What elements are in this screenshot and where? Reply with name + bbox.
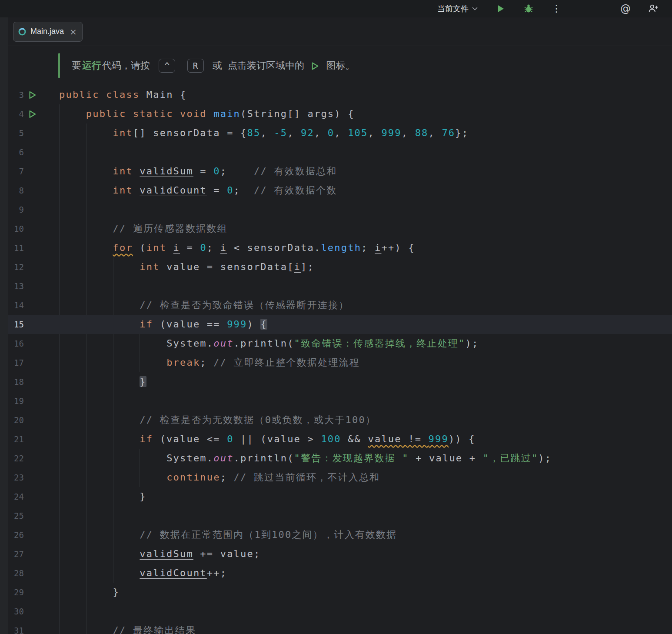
keycap: ^ (159, 59, 175, 73)
code-text: public static void main(String[] args) { (51, 104, 355, 123)
code-text: } (51, 372, 146, 391)
run-icon (496, 4, 506, 13)
code-line[interactable]: 28 validCount++; (8, 564, 672, 583)
line-number[interactable]: 6 (8, 147, 24, 157)
code-line[interactable]: 3public class Main { (8, 85, 672, 104)
code-text: validSum += value; (51, 544, 260, 564)
code-line[interactable]: 13 (8, 277, 672, 296)
code-line[interactable]: 14 // 检查是否为致命错误（传感器断开连接） (8, 296, 672, 315)
line-number[interactable]: 15 (8, 320, 24, 329)
gutter[interactable] (24, 90, 51, 100)
line-number[interactable]: 14 (8, 300, 24, 310)
line-number[interactable]: 5 (8, 128, 24, 138)
code-text: break; // 立即终止整个数据处理流程 (51, 353, 360, 372)
code-text: } (51, 487, 146, 506)
code-line[interactable]: 9 (8, 200, 672, 219)
tab-label: Main.java (30, 27, 64, 36)
code-text: if (value <= 0 || (value > 100 && value … (51, 430, 476, 449)
code-text: int value = sensorData[i]; (51, 257, 314, 277)
code-line[interactable]: 15 if (value == 999) { (8, 315, 672, 334)
run-gutter-icon[interactable] (28, 90, 37, 100)
code-text: System.out.println("致命错误：传感器掉线，终止处理"); (51, 334, 479, 353)
editor-tab-bar: Main.java × (8, 17, 672, 46)
run-gutter-icon-glyph (311, 60, 319, 71)
java-class-icon (18, 27, 27, 36)
code-text: int validCount = 0; // 有效数据个数 (51, 181, 337, 200)
ai-assistant-button[interactable]: @ (619, 2, 632, 15)
line-number[interactable]: 29 (8, 587, 24, 597)
code-line[interactable]: 26 // 数据在正常范围内（1到100之间），计入有效数据 (8, 525, 672, 544)
code-line[interactable]: 23 continue; // 跳过当前循环，不计入总和 (8, 468, 672, 487)
run-configuration-selector[interactable]: 当前文件 (437, 3, 478, 14)
line-number[interactable]: 9 (8, 205, 24, 214)
gutter[interactable] (24, 110, 51, 119)
line-number[interactable]: 26 (8, 530, 24, 540)
code-line[interactable]: 22 System.out.println("警告：发现越界数据 " + val… (8, 449, 672, 468)
code-line[interactable]: 12 int value = sensorData[i]; (8, 257, 672, 277)
line-number[interactable]: 30 (8, 607, 24, 616)
code-line[interactable]: 16 System.out.println("致命错误：传感器掉线，终止处理")… (8, 334, 672, 353)
line-number[interactable]: 8 (8, 186, 24, 195)
code-text: // 检查是否为致命错误（传感器断开连接） (51, 296, 349, 315)
line-number[interactable]: 20 (8, 415, 24, 425)
code-line[interactable]: 31 // 最终输出结果 (8, 621, 672, 634)
code-line[interactable]: 29 } (8, 583, 672, 602)
code-line[interactable]: 7 int validSum = 0; // 有效数据总和 (8, 162, 672, 181)
code-line[interactable]: 21 if (value <= 0 || (value > 100 && val… (8, 430, 672, 449)
code-line[interactable]: 25 (8, 506, 672, 525)
tab-main-java[interactable]: Main.java × (13, 22, 83, 42)
code-line[interactable]: 24 } (8, 487, 672, 506)
line-number[interactable]: 27 (8, 549, 24, 559)
run-gutter-icon[interactable] (28, 110, 37, 119)
code-line[interactable]: 4 public static void main(String[] args)… (8, 104, 672, 123)
line-number[interactable]: 21 (8, 434, 24, 444)
line-number[interactable]: 18 (8, 377, 24, 387)
ai-assistant-icon: @ (620, 3, 631, 15)
line-number[interactable]: 17 (8, 358, 24, 367)
line-number[interactable]: 22 (8, 454, 24, 463)
tool-window-stripe (0, 17, 8, 634)
code-line[interactable]: 8 int validCount = 0; // 有效数据个数 (8, 181, 672, 200)
run-button[interactable] (494, 2, 507, 15)
line-number[interactable]: 11 (8, 243, 24, 253)
code-line[interactable]: 27 validSum += value; (8, 544, 672, 564)
code-line[interactable]: 19 (8, 391, 672, 410)
debug-bug-icon (523, 3, 534, 14)
code-line[interactable]: 5 int[] sensorData = {85, -5, 92, 0, 105… (8, 123, 672, 143)
line-number[interactable]: 4 (8, 109, 24, 119)
code-text: } (51, 583, 120, 602)
code-line[interactable]: 30 (8, 602, 672, 621)
code-line[interactable]: 18 } (8, 372, 672, 391)
line-number[interactable]: 24 (8, 492, 24, 501)
line-number[interactable]: 19 (8, 396, 24, 406)
code-line[interactable]: 20 // 检查是否为无效数据（0或负数，或大于100） (8, 410, 672, 430)
tab-close-icon[interactable]: × (70, 27, 77, 36)
editor-pane[interactable]: 要运行代码，请按 ^ R 或 点击装订区域中的 图标。 3public clas… (8, 46, 672, 634)
hint-segment: 运行 (82, 59, 101, 72)
code-line[interactable]: 11 for (int i = 0; i < sensorData.length… (8, 238, 672, 257)
run-hint-banner: 要运行代码，请按 ^ R 或 点击装订区域中的 图标。 (8, 46, 672, 85)
more-actions-button[interactable]: ⋮ (550, 2, 563, 15)
line-number[interactable]: 10 (8, 224, 24, 234)
line-number[interactable]: 28 (8, 568, 24, 578)
hint-segment: 代码，请按 (102, 59, 156, 72)
line-number[interactable]: 23 (8, 473, 24, 482)
code-text: int[] sensorData = {85, -5, 92, 0, 105, … (51, 123, 469, 143)
hint-segment: 或 点击装订区域中的 (207, 59, 310, 72)
line-number[interactable]: 25 (8, 511, 24, 521)
line-number[interactable]: 13 (8, 281, 24, 291)
code-line[interactable]: 10 // 遍历传感器数据数组 (8, 219, 672, 238)
line-number[interactable]: 16 (8, 339, 24, 348)
line-number[interactable]: 3 (8, 90, 24, 100)
line-number[interactable]: 31 (8, 626, 24, 634)
code-text: validCount++; (51, 564, 227, 583)
debug-button[interactable] (522, 2, 535, 15)
hint-segment (178, 60, 184, 71)
code-text: if (value == 999) { (51, 315, 267, 334)
code-line[interactable]: 6 (8, 143, 672, 162)
line-number[interactable]: 7 (8, 167, 24, 176)
code-line[interactable]: 17 break; // 立即终止整个数据处理流程 (8, 353, 672, 372)
code-with-me-button[interactable] (647, 2, 660, 15)
line-number[interactable]: 12 (8, 262, 24, 272)
code-text: continue; // 跳过当前循环，不计入总和 (51, 468, 380, 487)
